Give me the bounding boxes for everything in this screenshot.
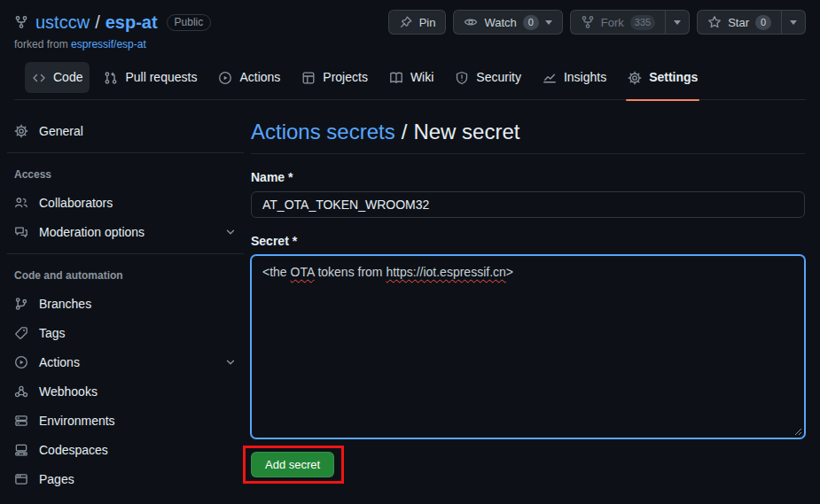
fork-dropdown-button[interactable] [665, 10, 690, 35]
pin-button-label: Pin [419, 16, 436, 29]
secret-field-label: Secret * [251, 234, 805, 248]
watch-button-label: Watch [484, 16, 516, 29]
git-pull-request-icon [104, 71, 118, 85]
codespaces-icon [14, 443, 28, 457]
people-icon [14, 196, 28, 210]
sidebar-divider [7, 253, 244, 254]
sidebar-item-label: Collaborators [39, 196, 113, 210]
content: General Access Collaborators [0, 100, 820, 494]
sidebar-item-label: Webhooks [39, 384, 98, 399]
secret-text-misspelled: OTA [291, 265, 315, 279]
sidebar-item-label: Pages [39, 472, 74, 486]
tab-insights-label: Insights [564, 67, 606, 88]
name-field-label: Name * [251, 170, 805, 184]
table-icon [301, 71, 316, 85]
tab-pull-requests[interactable]: Pull requests [97, 62, 204, 93]
tab-wiki[interactable]: Wiki [382, 62, 441, 93]
forked-from-link[interactable]: espressif/esp-at [71, 38, 146, 50]
secret-text-part: <the [262, 265, 291, 279]
tab-insights[interactable]: Insights [535, 62, 613, 93]
add-secret-button[interactable]: Add secret [251, 452, 334, 477]
tab-code-label: Code [53, 67, 82, 88]
red-highlight-annotation: Add secret [243, 446, 344, 484]
forked-from-line: forked from espressif/esp-at [14, 38, 806, 50]
tab-wiki-label: Wiki [410, 67, 433, 88]
comment-discussion-icon [14, 225, 28, 239]
sidebar-item-environments[interactable]: Environments [7, 407, 244, 435]
tab-code[interactable]: Code [25, 62, 90, 93]
sidebar-item-actions[interactable]: Actions [7, 348, 244, 376]
tab-settings-label: Settings [649, 67, 698, 88]
repo-action-buttons: Pin Watch 0 [388, 10, 806, 35]
secret-text-misspelled-url: https://iot.espressif.cn [386, 265, 505, 279]
sidebar-item-webhooks[interactable]: Webhooks [7, 377, 244, 406]
sidebar-item-label: Branches [39, 297, 91, 311]
play-icon [218, 71, 232, 85]
pin-button[interactable]: Pin [388, 10, 447, 35]
sidebar-item-moderation-options[interactable]: Moderation options [7, 218, 244, 246]
fork-button-group: Fork 335 [570, 10, 690, 35]
caret-down-icon [674, 20, 681, 25]
fork-button-label: Fork [601, 16, 624, 29]
watch-button[interactable]: Watch 0 [453, 10, 562, 35]
star-button-label: Star [728, 16, 749, 29]
shield-icon [455, 71, 469, 85]
actions-secrets-breadcrumb-link[interactable]: Actions secrets [251, 120, 395, 143]
star-icon [707, 15, 722, 29]
star-button[interactable]: Star 0 [697, 10, 781, 35]
breadcrumb-separator: / [402, 120, 408, 143]
resize-handle[interactable] [793, 427, 802, 436]
settings-sidebar: General Access Collaborators [0, 100, 251, 494]
sidebar-item-label: Actions [39, 355, 80, 369]
star-button-group: Star 0 [697, 10, 806, 35]
sidebar-item-collaborators[interactable]: Collaborators [7, 189, 244, 217]
repo-forked-icon [14, 15, 28, 29]
repo-owner-link[interactable]: ustccw [35, 12, 90, 33]
repo-header: ustccw / esp-at Public Pin [0, 0, 820, 100]
sidebar-item-pages[interactable]: Pages [7, 465, 244, 493]
gear-icon [628, 71, 642, 85]
tab-projects-label: Projects [323, 67, 368, 88]
sidebar-item-label: Moderation options [39, 225, 144, 239]
sidebar-divider [7, 152, 244, 153]
repo-title-row: ustccw / esp-at Public Pin [14, 9, 806, 35]
fork-icon [581, 15, 595, 29]
fork-button[interactable]: Fork 335 [570, 10, 665, 35]
tab-settings[interactable]: Settings [621, 62, 705, 93]
code-icon [32, 71, 46, 85]
sidebar-item-branches[interactable]: Branches [7, 290, 244, 318]
breadcrumb: ustccw / esp-at [35, 12, 158, 33]
tab-actions[interactable]: Actions [211, 62, 287, 93]
browser-icon [14, 472, 28, 486]
sidebar-item-label: Tags [39, 326, 66, 340]
forked-from-text: forked from [14, 38, 68, 50]
fork-count-badge: 335 [630, 15, 655, 30]
secret-value-textarea[interactable]: <the OTA tokens from https://iot.espress… [251, 255, 805, 438]
tab-projects[interactable]: Projects [294, 62, 375, 93]
secret-name-input[interactable] [251, 191, 805, 218]
repo-separator: / [95, 12, 100, 33]
chevron-down-icon [224, 226, 237, 238]
sidebar-section-code-automation: Code and automation [7, 261, 244, 289]
watch-count-badge: 0 [523, 15, 539, 30]
sidebar-section-access: Access [7, 160, 244, 188]
tab-actions-label: Actions [239, 67, 280, 88]
tag-icon [14, 326, 28, 340]
caret-down-icon [790, 20, 797, 25]
secret-text-part: > [506, 265, 513, 279]
graph-icon [543, 71, 557, 85]
star-dropdown-button[interactable] [781, 10, 806, 35]
secret-text-part: tokens from [315, 265, 387, 279]
eye-icon [464, 15, 478, 29]
tab-security-label: Security [476, 67, 521, 88]
tab-security[interactable]: Security [448, 62, 528, 93]
chevron-down-icon [224, 356, 237, 368]
sidebar-item-tags[interactable]: Tags [7, 319, 244, 347]
book-icon [389, 71, 403, 85]
sidebar-item-codespaces[interactable]: Codespaces [7, 436, 244, 464]
repo-name-link[interactable]: esp-at [105, 12, 158, 33]
webhook-icon [14, 384, 28, 399]
sidebar-item-label: General [39, 124, 83, 138]
sidebar-item-label: Codespaces [39, 443, 108, 457]
sidebar-item-general[interactable]: General [7, 117, 244, 145]
